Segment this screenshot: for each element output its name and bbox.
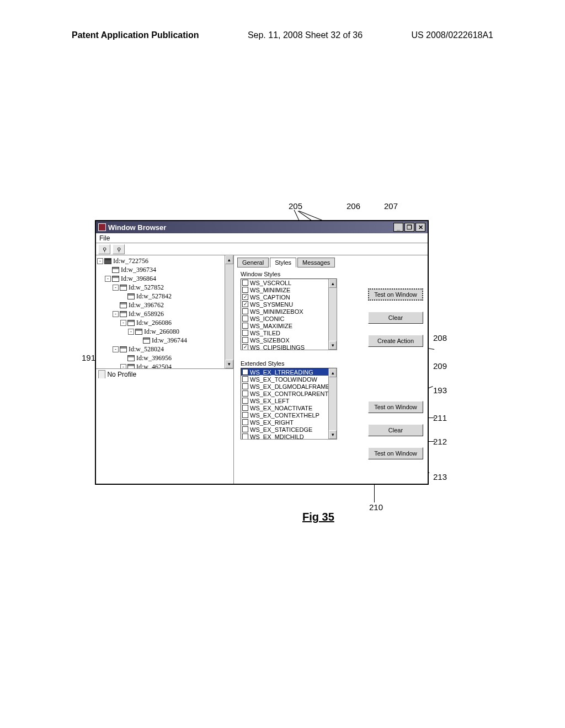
extended-styles-list[interactable]: WS_EX_LTRREADINGWS_EX_TOOLWINDOWWS_EX_DL…: [241, 368, 337, 440]
tab-general[interactable]: General: [237, 258, 269, 267]
tree-node[interactable]: Id:w_396762: [97, 301, 232, 309]
scroll-up-icon[interactable]: ▴: [225, 255, 233, 264]
profile-tab[interactable]: [98, 370, 105, 378]
list-item[interactable]: ✓WS_CAPTION: [241, 293, 337, 301]
list-item[interactable]: WS_TILED: [241, 329, 337, 336]
tree-node[interactable]: -Id:w_266086: [97, 318, 232, 327]
ws-scrollbar[interactable]: ▴ ▾: [328, 279, 337, 350]
list-item[interactable]: WS_EX_LEFT: [241, 397, 337, 404]
scroll-down-icon[interactable]: ▾: [225, 360, 233, 368]
scroll-up-icon[interactable]: ▴: [329, 368, 337, 377]
tree-node[interactable]: Id:w_396956: [97, 354, 232, 362]
test-on-window-button-2[interactable]: Test on Window: [368, 401, 423, 413]
tree-expander[interactable]: -: [105, 276, 111, 282]
tree-node[interactable]: -Id:w_462504: [97, 362, 232, 369]
checkbox[interactable]: [242, 376, 248, 382]
window-styles-list[interactable]: WS_VSCROLLWS_MINIMIZE✓WS_CAPTION✓WS_SYSM…: [241, 279, 337, 350]
checkbox[interactable]: [242, 287, 248, 293]
scroll-up-icon[interactable]: ▴: [329, 279, 337, 288]
tree-expander[interactable]: -: [113, 346, 119, 352]
checkbox[interactable]: [242, 369, 248, 375]
checkbox[interactable]: [242, 419, 248, 425]
list-item[interactable]: WS_EX_TOOLWINDOW: [241, 376, 337, 383]
checkbox[interactable]: [242, 383, 248, 389]
tree-expander[interactable]: -: [97, 258, 103, 264]
create-action-button[interactable]: Create Action: [368, 335, 423, 347]
checkbox[interactable]: [242, 433, 248, 440]
checkbox[interactable]: [242, 280, 248, 286]
test-on-window-button-3[interactable]: Test on Window: [368, 447, 423, 459]
checkbox[interactable]: [242, 315, 248, 322]
profile-panel: No Profile: [96, 369, 233, 484]
tab-messages[interactable]: Messages: [297, 258, 335, 267]
checkbox[interactable]: [242, 398, 248, 404]
leader-line: [374, 483, 375, 502]
list-item[interactable]: WS_EX_LTRREADING: [241, 368, 337, 376]
ex-scrollbar[interactable]: ▴ ▾: [328, 368, 337, 439]
minimize-button[interactable]: _: [393, 223, 403, 232]
titlebar[interactable]: Window Browser _ ❐ ✕: [96, 221, 428, 233]
list-item[interactable]: WS_EX_MDICHILD: [241, 433, 337, 440]
checkbox[interactable]: ✓: [242, 344, 248, 350]
toolbar-button-1[interactable]: ⚲: [98, 244, 110, 254]
close-button[interactable]: ✕: [415, 223, 425, 232]
tree-node[interactable]: -Id:w_528024: [97, 345, 232, 354]
list-item[interactable]: WS_EX_CONTEXTHELP: [241, 411, 337, 419]
list-item[interactable]: ✓WS_CLIPSIBLINGS: [241, 344, 337, 350]
list-item[interactable]: WS_EX_DLGMODALFRAME: [241, 383, 337, 390]
list-item-label: WS_EX_NOACTIVATE: [250, 405, 312, 411]
checkbox[interactable]: ✓: [242, 294, 248, 300]
tree-node[interactable]: -Id:w_266080: [97, 327, 232, 336]
tree-node[interactable]: -Id:w_527852: [97, 283, 232, 292]
checkbox[interactable]: [242, 337, 248, 343]
checkbox[interactable]: [242, 323, 248, 329]
tree-node[interactable]: Id:w_396734: [97, 265, 232, 274]
checkbox[interactable]: ✓: [242, 301, 248, 307]
list-item-label: WS_EX_RIGHT: [250, 419, 294, 426]
list-item[interactable]: WS_MINIMIZEBOX: [241, 308, 337, 315]
list-item-label: WS_CAPTION: [250, 294, 290, 301]
list-item[interactable]: ✓WS_SYSMENU: [241, 301, 337, 308]
list-item[interactable]: WS_MAXIMIZE: [241, 322, 337, 329]
callout-212: 212: [433, 437, 447, 446]
list-item[interactable]: WS_SIZEBOX: [241, 336, 337, 344]
tree-node[interactable]: Id:w_396744: [97, 336, 232, 345]
clear-button[interactable]: Clear: [368, 312, 423, 324]
clear-button-2[interactable]: Clear: [368, 424, 423, 436]
window-title: Window Browser: [108, 223, 166, 232]
checkbox[interactable]: [242, 308, 248, 314]
callout-209: 209: [433, 361, 447, 371]
list-item-label: WS_EX_CONTEXTHELP: [250, 412, 319, 419]
tree-expander[interactable]: -: [120, 364, 126, 369]
tab-styles[interactable]: Styles: [270, 258, 296, 267]
checkbox[interactable]: [242, 412, 248, 418]
window-icon: [120, 302, 127, 308]
tree-scrollbar[interactable]: ▴ ▾: [225, 255, 233, 368]
checkbox[interactable]: [242, 405, 248, 411]
tree-node[interactable]: -Id:w_722756: [97, 256, 232, 265]
list-item[interactable]: WS_MINIMIZE: [241, 286, 337, 293]
toolbar-button-2[interactable]: ⚲: [113, 244, 125, 254]
maximize-button[interactable]: ❐: [404, 223, 414, 232]
list-item[interactable]: WS_EX_NOACTIVATE: [241, 404, 337, 411]
list-item[interactable]: WS_EX_RIGHT: [241, 419, 337, 426]
menu-file[interactable]: File: [99, 234, 110, 242]
tree-expander[interactable]: -: [113, 285, 119, 291]
group-extended-styles: Extended Styles: [241, 360, 424, 367]
tree-expander[interactable]: -: [120, 320, 126, 326]
checkbox[interactable]: [242, 426, 248, 432]
tree-node[interactable]: -Id:w_396864: [97, 274, 232, 283]
tree-expander[interactable]: -: [128, 329, 134, 335]
tree-node[interactable]: Id:w_527842: [97, 292, 232, 301]
list-item[interactable]: WS_EX_CONTROLPARENT: [241, 390, 337, 397]
test-on-window-button[interactable]: Test on Window: [368, 288, 423, 301]
scroll-down-icon[interactable]: ▾: [329, 430, 337, 439]
checkbox[interactable]: [242, 390, 248, 397]
list-item[interactable]: WS_EX_STATICEDGE: [241, 426, 337, 433]
checkbox[interactable]: [242, 330, 248, 336]
scroll-down-icon[interactable]: ▾: [329, 341, 337, 350]
list-item[interactable]: WS_ICONIC: [241, 315, 337, 322]
tree-node[interactable]: -Id:w_658926: [97, 309, 232, 318]
tree-expander[interactable]: -: [113, 311, 119, 317]
list-item[interactable]: WS_VSCROLL: [241, 279, 337, 286]
